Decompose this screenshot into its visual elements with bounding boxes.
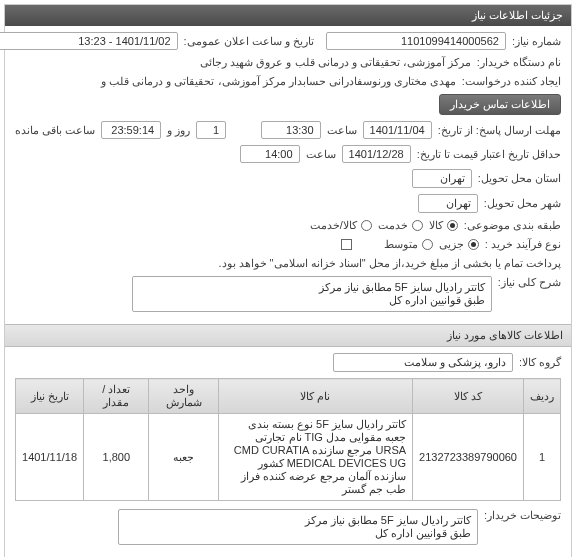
th-qty: تعداد / مقدار [84, 379, 149, 414]
row-validity: حداقل تاریخ اعتبار قیمت تا تاریخ: 1401/1… [15, 145, 561, 163]
items-body: گروه کالا: دارو، پزشکی و سلامت ردیف کد ک… [5, 347, 571, 557]
cell-name: کاتتر رادیال سایز 5F نوع بسته بندی جعبه … [218, 414, 412, 501]
row-buyer: نام دستگاه خریدار: مرکز آموزشی، تحقیقاتی… [15, 56, 561, 69]
need-number-label: شماره نیاز: [512, 35, 561, 48]
process-note: پرداخت تمام یا بخشی از مبلغ خرید،از محل … [218, 257, 561, 270]
th-name: نام کالا [218, 379, 412, 414]
table-header-row: ردیف کد کالا نام کالا واحد شمارش تعداد /… [16, 379, 561, 414]
radio-kala-khadmat[interactable] [361, 220, 372, 231]
delivery-city-value: تهران [418, 194, 478, 213]
validity-date: 1401/12/28 [342, 145, 411, 163]
buyer-desc-value: کاتتر رادیال سایز 5F مطابق نیاز مرکز طبق… [118, 509, 478, 545]
announce-value: 1401/11/02 - 13:23 [0, 32, 178, 50]
buyer-value: مرکز آموزشی، تحقیقاتی و درمانی قلب و عرو… [200, 56, 471, 69]
deadline-label: مهلت ارسال پاسخ: از تاریخ: [438, 124, 561, 137]
row-deadline: مهلت ارسال پاسخ: از تاریخ: 1401/11/04 سا… [15, 121, 561, 139]
desc-label: شرح کلی نیاز: [498, 276, 561, 289]
checkbox-treasury[interactable] [341, 239, 352, 250]
group-value: دارو، پزشکی و سلامت [333, 353, 513, 372]
remain-label: ساعت باقی مانده [15, 124, 95, 137]
need-number-value: 1101099414000562 [326, 32, 506, 50]
panel-title: جزئیات اطلاعات نیاز [5, 5, 571, 26]
cell-idx: 1 [524, 414, 561, 501]
th-unit: واحد شمارش [149, 379, 218, 414]
radio-motavaset[interactable] [422, 239, 433, 250]
radio-jozei[interactable] [468, 239, 479, 250]
row-subject: طبقه بندی موضوعی: کالا خدمت کالا/خدمت [15, 219, 561, 232]
row-delivery-city: شهر محل تحویل: تهران [15, 194, 561, 213]
radio-khadmat-label: خدمت [378, 219, 408, 232]
validity-time: 14:00 [240, 145, 300, 163]
buyer-label: نام دستگاه خریدار: [477, 56, 561, 69]
items-header: اطلاعات کالاهای مورد نیاز [5, 324, 571, 347]
delivery-province-label: استان محل تحویل: [478, 172, 561, 185]
desc-value: کاتتر رادیال سایز 5F مطابق نیاز مرکز طبق… [132, 276, 492, 312]
cell-date: 1401/11/18 [16, 414, 84, 501]
cell-qty: 1,800 [84, 414, 149, 501]
th-date: تاریخ نیاز [16, 379, 84, 414]
table-row[interactable]: 1 2132723389790060 کاتتر رادیال سایز 5F … [16, 414, 561, 501]
row-desc: شرح کلی نیاز: کاتتر رادیال سایز 5F مطابق… [15, 276, 561, 312]
row-delivery-province: استان محل تحویل: تهران [15, 169, 561, 188]
requester-value: مهدی مختاری ورنوسفادرانی حسابدار مرکز آم… [101, 75, 456, 88]
row-requester: ایجاد کننده درخواست: مهدی مختاری ورنوسفا… [15, 75, 561, 115]
requester-label: ایجاد کننده درخواست: [462, 75, 561, 88]
delivery-city-label: شهر محل تحویل: [484, 197, 561, 210]
row-group: گروه کالا: دارو، پزشکی و سلامت [15, 353, 561, 372]
time-label-1: ساعت [327, 124, 357, 137]
cell-code: 2132723389790060 [413, 414, 524, 501]
deadline-date: 1401/11/04 [363, 121, 432, 139]
cell-unit: جعبه [149, 414, 218, 501]
radio-khadmat[interactable] [412, 220, 423, 231]
radio-jozei-label: جزیی [439, 238, 464, 251]
days-left: 1 [196, 121, 226, 139]
delivery-province-value: تهران [412, 169, 472, 188]
buyer-desc-label: توضیحات خریدار: [484, 509, 561, 522]
row-need-number: شماره نیاز: 1101099414000562 تاریخ و ساع… [15, 32, 561, 50]
contact-buyer-button[interactable]: اطلاعات تماس خریدار [439, 94, 561, 115]
radio-kala-khadmat-label: کالا/خدمت [310, 219, 357, 232]
day-label: روز و [167, 124, 190, 137]
radio-kala-label: کالا [429, 219, 443, 232]
process-label: نوع فرآیند خرید : [485, 238, 561, 251]
deadline-time: 13:30 [261, 121, 321, 139]
group-label: گروه کالا: [519, 356, 561, 369]
panel-body: شماره نیاز: 1101099414000562 تاریخ و ساع… [5, 26, 571, 324]
time-label-2: ساعت [306, 148, 336, 161]
announce-label: تاریخ و ساعت اعلان عمومی: [184, 35, 314, 48]
time-left: 23:59:14 [101, 121, 161, 139]
row-buyer-desc: توضیحات خریدار: کاتتر رادیال سایز 5F مطا… [15, 509, 561, 545]
th-code: کد کالا [413, 379, 524, 414]
radio-kala[interactable] [447, 220, 458, 231]
radio-motavaset-label: متوسط [384, 238, 418, 251]
subject-label: طبقه بندی موضوعی: [464, 219, 561, 232]
items-table: ردیف کد کالا نام کالا واحد شمارش تعداد /… [15, 378, 561, 501]
main-panel: جزئیات اطلاعات نیاز شماره نیاز: 11010994… [4, 4, 572, 557]
validity-label: حداقل تاریخ اعتبار قیمت تا تاریخ: [417, 148, 561, 161]
th-idx: ردیف [524, 379, 561, 414]
row-process: نوع فرآیند خرید : جزیی متوسط پرداخت تمام… [15, 238, 561, 270]
